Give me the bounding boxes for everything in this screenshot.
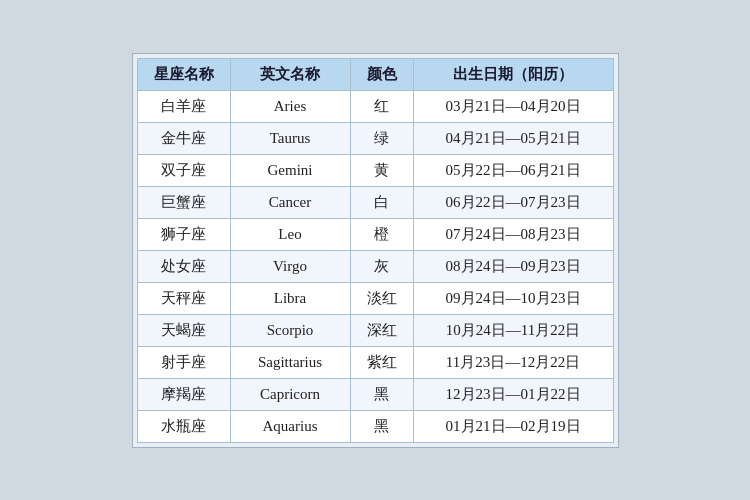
table-row: 金牛座Taurus绿04月21日—05月21日 [137, 122, 613, 154]
zodiac-table: 星座名称 英文名称 颜色 出生日期（阳历） 白羊座Aries红03月21日—04… [137, 58, 614, 443]
cell-color: 红 [350, 90, 413, 122]
cell-date: 12月23日—01月22日 [413, 378, 613, 410]
table-row: 摩羯座Capricorn黑12月23日—01月22日 [137, 378, 613, 410]
cell-english: Taurus [230, 122, 350, 154]
cell-date: 07月24日—08月23日 [413, 218, 613, 250]
header-color: 颜色 [350, 58, 413, 90]
cell-english: Gemini [230, 154, 350, 186]
cell-english: Virgo [230, 250, 350, 282]
cell-english: Cancer [230, 186, 350, 218]
table-row: 双子座Gemini黄05月22日—06月21日 [137, 154, 613, 186]
header-english: 英文名称 [230, 58, 350, 90]
cell-date: 06月22日—07月23日 [413, 186, 613, 218]
table-row: 巨蟹座Cancer白06月22日—07月23日 [137, 186, 613, 218]
cell-chinese: 天蝎座 [137, 314, 230, 346]
table-row: 射手座Sagittarius紫红11月23日—12月22日 [137, 346, 613, 378]
cell-date: 01月21日—02月19日 [413, 410, 613, 442]
cell-date: 11月23日—12月22日 [413, 346, 613, 378]
cell-chinese: 双子座 [137, 154, 230, 186]
cell-date: 09月24日—10月23日 [413, 282, 613, 314]
table-row: 水瓶座Aquarius黑01月21日—02月19日 [137, 410, 613, 442]
cell-english: Leo [230, 218, 350, 250]
cell-color: 绿 [350, 122, 413, 154]
table-row: 天秤座Libra淡红09月24日—10月23日 [137, 282, 613, 314]
cell-chinese: 水瓶座 [137, 410, 230, 442]
table-row: 天蝎座Scorpio深红10月24日—11月22日 [137, 314, 613, 346]
cell-chinese: 摩羯座 [137, 378, 230, 410]
cell-color: 深红 [350, 314, 413, 346]
cell-english: Aries [230, 90, 350, 122]
cell-color: 白 [350, 186, 413, 218]
table-header-row: 星座名称 英文名称 颜色 出生日期（阳历） [137, 58, 613, 90]
table-row: 处女座Virgo灰08月24日—09月23日 [137, 250, 613, 282]
cell-chinese: 巨蟹座 [137, 186, 230, 218]
table-container: 星座名称 英文名称 颜色 出生日期（阳历） 白羊座Aries红03月21日—04… [132, 53, 619, 448]
cell-chinese: 金牛座 [137, 122, 230, 154]
cell-date: 05月22日—06月21日 [413, 154, 613, 186]
cell-date: 10月24日—11月22日 [413, 314, 613, 346]
cell-chinese: 天秤座 [137, 282, 230, 314]
cell-color: 黑 [350, 378, 413, 410]
cell-chinese: 射手座 [137, 346, 230, 378]
cell-chinese: 白羊座 [137, 90, 230, 122]
cell-color: 黄 [350, 154, 413, 186]
cell-color: 紫红 [350, 346, 413, 378]
header-chinese: 星座名称 [137, 58, 230, 90]
cell-english: Libra [230, 282, 350, 314]
cell-color: 淡红 [350, 282, 413, 314]
cell-english: Sagittarius [230, 346, 350, 378]
table-row: 白羊座Aries红03月21日—04月20日 [137, 90, 613, 122]
cell-english: Aquarius [230, 410, 350, 442]
cell-color: 橙 [350, 218, 413, 250]
cell-english: Scorpio [230, 314, 350, 346]
cell-english: Capricorn [230, 378, 350, 410]
cell-date: 08月24日—09月23日 [413, 250, 613, 282]
cell-color: 灰 [350, 250, 413, 282]
table-body: 白羊座Aries红03月21日—04月20日金牛座Taurus绿04月21日—0… [137, 90, 613, 442]
cell-color: 黑 [350, 410, 413, 442]
table-row: 狮子座Leo橙07月24日—08月23日 [137, 218, 613, 250]
cell-date: 04月21日—05月21日 [413, 122, 613, 154]
header-date: 出生日期（阳历） [413, 58, 613, 90]
cell-date: 03月21日—04月20日 [413, 90, 613, 122]
cell-chinese: 狮子座 [137, 218, 230, 250]
cell-chinese: 处女座 [137, 250, 230, 282]
